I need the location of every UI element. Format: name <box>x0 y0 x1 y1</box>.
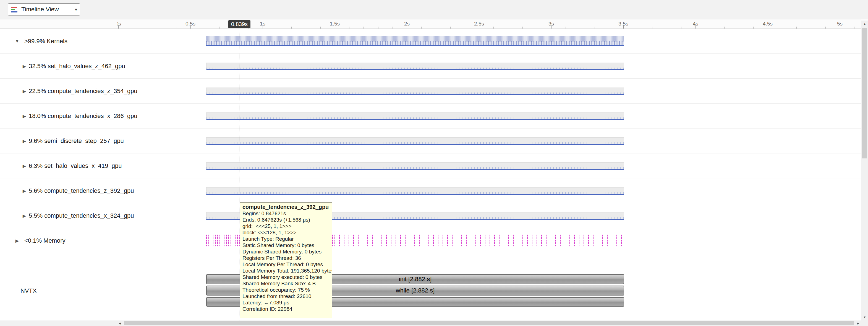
sidebar-divider <box>117 19 117 321</box>
time-marker-line[interactable] <box>239 29 239 321</box>
vertical-scrollbar[interactable]: ▲ ▼ <box>861 21 868 321</box>
row-kernel: ▶ 22.5% compute_tendencies_z_354_gpu <box>0 79 861 104</box>
nvtx-row-label[interactable]: NVTX <box>21 287 37 294</box>
tooltip-line: Local Memory Total: 191,365,120 bytes <box>242 268 330 274</box>
ruler-tick-label: 1.5s <box>330 21 340 27</box>
horizontal-scroll-thumb[interactable] <box>124 321 854 325</box>
kernel-activity-bar[interactable] <box>206 112 624 120</box>
tooltip-line: Local Memory Per Thread: 0 bytes <box>242 261 330 268</box>
row-label[interactable]: 18.0% compute_tendencies_x_286_gpu <box>29 112 137 120</box>
tooltip-line: Dynamic Shared Memory: 0 bytes <box>242 248 330 255</box>
row-label[interactable]: 9.6% semi_discrete_step_257_gpu <box>29 137 124 144</box>
row-kernel: ▶ 5.6% compute_tendencies_z_392_gpu <box>0 179 861 203</box>
ruler-tick-label: 4s <box>693 21 698 27</box>
nvtx-section-separator <box>0 266 861 266</box>
row-kernel: ▶ 5.5% compute_tendencies_x_324_gpu <box>0 203 861 228</box>
vertical-scroll-thumb[interactable] <box>862 28 867 158</box>
scrollbar-corner <box>861 321 868 326</box>
ruler-tick-label: 2.5s <box>474 21 484 27</box>
dropdown-arrow-icon: ▾ <box>72 7 77 12</box>
tooltip-line: Static Shared Memory: 0 bytes <box>242 242 330 248</box>
chevron-right-icon[interactable]: ▶ <box>21 88 28 93</box>
tooltip-line: Theoretical occupancy: 75 % <box>242 287 330 293</box>
row-label[interactable]: 22.5% compute_tendencies_z_354_gpu <box>29 87 137 95</box>
tooltip-line: Registers Per Thread: 36 <box>242 255 330 261</box>
timeline-view-icon <box>11 6 18 13</box>
timeline-ruler[interactable]: 0s 0.5s 1s 1.5s 2s 2.5s 3s 3.5s 4s 4.5s … <box>0 19 861 29</box>
chevron-right-icon[interactable]: ▶ <box>21 213 28 218</box>
timeline-content: ▼ >99.9% Kernels ▶ 32.5% set_halo_values… <box>0 29 861 321</box>
ruler-tick-label: 0.5s <box>185 21 195 27</box>
row-kernel: ▶ 6.3% set_halo_values_x_419_gpu <box>0 154 861 179</box>
horizontal-scrollbar[interactable]: ◀ ▶ <box>117 321 861 326</box>
scroll-right-icon[interactable]: ▶ <box>855 321 861 326</box>
top-toolbar: Timeline View ▾ 1x i 15 messages <box>0 0 868 19</box>
row-label[interactable]: 6.3% set_halo_values_x_419_gpu <box>29 162 122 169</box>
tooltip-line: Begins: 0.847621s <box>242 210 330 217</box>
view-selector-dropdown[interactable]: Timeline View ▾ <box>8 3 80 16</box>
view-selector-label: Timeline View <box>21 6 59 13</box>
chevron-right-icon[interactable]: ▶ <box>14 238 21 243</box>
row-kernel: ▶ 18.0% compute_tendencies_x_286_gpu <box>0 104 861 129</box>
tooltip-line: Correlation ID: 22984 <box>242 306 330 312</box>
kernels-summary-bar[interactable] <box>206 36 624 46</box>
scroll-up-icon[interactable]: ▲ <box>861 21 868 27</box>
ruler-tick-label: 4.5s <box>763 21 773 27</box>
chevron-right-icon[interactable]: ▶ <box>21 63 28 69</box>
chevron-right-icon[interactable]: ▶ <box>21 188 28 193</box>
chevron-right-icon[interactable]: ▶ <box>21 113 28 118</box>
kernel-tooltip: compute_tendencies_z_392_gpu Begins: 0.8… <box>240 202 332 318</box>
scroll-left-icon[interactable]: ◀ <box>117 321 123 326</box>
row-kernel: ▶ 32.5% set_halo_values_z_462_gpu <box>0 54 861 79</box>
kernel-activity-bar[interactable] <box>206 137 624 145</box>
chevron-down-icon[interactable]: ▼ <box>14 39 21 44</box>
time-marker-badge[interactable]: 0.839s <box>228 20 250 28</box>
row-label[interactable]: >99.9% Kernels <box>24 38 67 45</box>
tooltip-line: Launch Type: Regular <box>242 236 330 242</box>
chevron-right-icon[interactable]: ▶ <box>21 138 28 143</box>
ruler-tick-label: 0s <box>117 21 121 27</box>
ruler-tick-label: 3s <box>549 21 554 27</box>
kernel-activity-bar[interactable] <box>206 62 624 70</box>
tooltip-title: compute_tendencies_z_392_gpu <box>242 204 330 210</box>
tooltip-line: grid: <<<25, 1, 1>>> <box>242 223 330 229</box>
row-kernel: ▶ 9.6% semi_discrete_step_257_gpu <box>0 129 861 154</box>
tooltip-line: Shared Memory Bank Size: 4 B <box>242 280 330 287</box>
tooltip-line: Latency: ←7.089 μs <box>242 299 330 306</box>
scroll-down-icon[interactable]: ▼ <box>861 314 868 321</box>
bottom-left-filler <box>0 321 117 326</box>
tooltip-line: Ends: 0.847623s (+1.568 μs) <box>242 217 330 223</box>
kernel-activity-bar[interactable] <box>206 87 624 95</box>
memory-transfer-ticks[interactable] <box>335 234 624 246</box>
tooltip-line: block: <<<128, 1, 1>>> <box>242 229 330 236</box>
row-memory: ▶ <0.1% Memory <box>0 228 861 253</box>
row-label[interactable]: 32.5% set_halo_values_z_462_gpu <box>29 62 125 70</box>
row-label[interactable]: 5.6% compute_tendencies_z_392_gpu <box>29 187 134 194</box>
ruler-tick-label: 1s <box>260 21 266 27</box>
ruler-tick-label: 3.5s <box>618 21 628 27</box>
row-kernels: ▼ >99.9% Kernels <box>0 29 861 54</box>
tooltip-line: Shared Memory executed: 0 bytes <box>242 274 330 280</box>
row-label[interactable]: <0.1% Memory <box>24 237 65 244</box>
kernel-activity-bar[interactable] <box>206 162 624 170</box>
ruler-tick-label: 5s <box>837 21 843 27</box>
chevron-right-icon[interactable]: ▶ <box>21 163 28 168</box>
row-label[interactable]: 5.5% compute_tendencies_x_324_gpu <box>29 212 134 219</box>
tooltip-line: Launched from thread: 22610 <box>242 293 330 299</box>
kernel-activity-bar[interactable] <box>206 187 624 195</box>
ruler-tick-label: 2s <box>404 21 410 27</box>
